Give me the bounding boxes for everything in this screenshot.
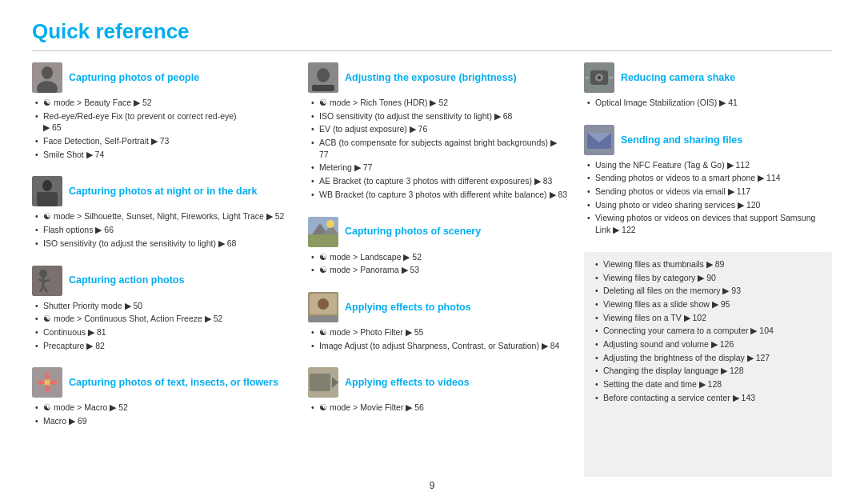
action-svg <box>32 266 62 296</box>
exposure-svg <box>308 62 338 93</box>
list-item: ☯ mode > Macro ▶ 52 <box>35 402 292 414</box>
list-item: Viewing photos or videos on devices that… <box>587 212 832 235</box>
column-2: Adjusting the exposure (brightness) ☯ mo… <box>308 62 568 477</box>
section-people-list: ☯ mode > Beauty Face ▶ 52 Red-eye/Red-ey… <box>32 97 292 160</box>
person-icon <box>32 62 62 93</box>
section-people-header: Capturing photos of people <box>32 62 292 93</box>
section-action-list: Shutter Priority mode ▶ 50 ☯ mode > Cont… <box>32 300 292 352</box>
list-item: Precapture ▶ 82 <box>35 340 292 352</box>
main-columns: Capturing photos of people ☯ mode > Beau… <box>32 62 832 477</box>
section-scenery-header: Capturing photos of scenery <box>308 217 568 247</box>
section-flowers-header: Capturing photos of text, insects, or fl… <box>32 367 292 398</box>
camera-icon-inline: ☯ <box>319 98 327 107</box>
camera-icon-inline: ☯ <box>43 211 51 221</box>
night-svg <box>32 176 62 206</box>
list-item: ☯ mode > Silhouette, Sunset, Night, Fire… <box>35 210 292 222</box>
list-item: ☯ mode > Panorama ▶ 53 <box>311 264 568 276</box>
camera-icon-inline: ☯ <box>43 98 51 107</box>
section-effects-photos-title: Applying effects to photos <box>345 301 471 314</box>
section-night-title: Capturing photos at night or in the dark <box>69 185 257 198</box>
list-item: Before contacting a service center ▶ 143 <box>595 392 824 404</box>
shake-icon <box>584 62 614 93</box>
svg-point-4 <box>42 180 52 191</box>
svg-rect-23 <box>308 234 338 247</box>
section-exposure-list: ☯ mode > Rich Tones (HDR) ▶ 52 ISO sensi… <box>308 97 568 201</box>
section-scenery-list: ☯ mode > Landscape ▶ 52 ☯ mode > Panoram… <box>308 251 568 276</box>
list-item: Face Detection, Self-Portrait ▶ 73 <box>35 135 292 147</box>
section-effects-videos-header: Applying effects to videos <box>308 367 568 398</box>
list-item: WB Bracket (to capture 3 photos with dif… <box>311 189 568 201</box>
page-title: Quick reference <box>32 19 832 44</box>
svg-point-26 <box>326 220 334 228</box>
action-icon <box>32 266 62 296</box>
section-flowers-list: ☯ mode > Macro ▶ 52 Macro ▶ 69 <box>32 402 292 426</box>
list-item: Shutter Priority mode ▶ 50 <box>35 300 292 312</box>
section-action: Capturing action photos Shutter Priority… <box>32 266 292 354</box>
list-item: Macro ▶ 69 <box>35 415 292 427</box>
night-icon <box>32 176 62 206</box>
list-item: ☯ mode > Movie Filter ▶ 56 <box>311 402 568 414</box>
svg-rect-5 <box>37 192 58 206</box>
section-action-header: Capturing action photos <box>32 266 292 296</box>
list-item: Viewing files as thumbnails ▶ 89 <box>595 258 824 270</box>
person-svg <box>32 62 62 93</box>
gray-box-list: Viewing files as thumbnails ▶ 89 Viewing… <box>592 258 824 404</box>
effects-icon <box>308 292 338 322</box>
list-item: Sending photos or videos to a smart phon… <box>587 172 832 184</box>
list-item: ☯ mode > Continuous Shot, Action Freeze … <box>35 313 292 325</box>
section-effects-photos: Applying effects to photos ☯ mode > Phot… <box>308 292 568 353</box>
exposure-icon <box>308 62 338 93</box>
flower-icon <box>32 367 62 398</box>
section-flowers-title: Capturing photos of text, insects, or fl… <box>69 376 278 389</box>
section-exposure-title: Adjusting the exposure (brightness) <box>345 71 517 84</box>
section-exposure: Adjusting the exposure (brightness) ☯ mo… <box>308 62 568 202</box>
svg-rect-32 <box>310 374 330 391</box>
section-effects-videos: Applying effects to videos ☯ mode > Movi… <box>308 367 568 415</box>
svg-point-1 <box>42 66 53 79</box>
svg-point-16 <box>45 385 50 393</box>
list-item: Smile Shot ▶ 74 <box>35 149 292 161</box>
section-shake-list: Optical Image Stabilization (OIS) ▶ 41 <box>584 97 832 109</box>
section-shake: Reducing camera shake Optical Image Stab… <box>584 62 832 110</box>
svg-point-17 <box>37 380 45 385</box>
list-item: Image Adjust (to adjust Sharpness, Contr… <box>311 340 568 352</box>
section-action-title: Capturing action photos <box>69 274 184 286</box>
list-item: AE Bracket (to capture 3 photos with dif… <box>311 175 568 187</box>
svg-point-7 <box>39 270 47 278</box>
svg-point-20 <box>317 68 330 82</box>
shake-svg <box>584 62 614 93</box>
page-number: 9 <box>32 480 832 491</box>
list-item: ☯ mode > Beauty Face ▶ 52 <box>35 97 292 109</box>
section-sharing-list: Using the NFC Feature (Tag & Go) ▶ 112 S… <box>584 159 832 236</box>
list-item: Sending photos or videos via email ▶ 117 <box>587 186 832 198</box>
list-item: ☯ mode > Landscape ▶ 52 <box>311 251 568 263</box>
list-item: Optical Image Stabilization (OIS) ▶ 41 <box>587 97 832 109</box>
section-effects-photos-header: Applying effects to photos <box>308 292 568 322</box>
list-item: Flash options ▶ 66 <box>35 224 292 236</box>
section-sharing-title: Sending and sharing files <box>621 134 742 146</box>
list-item: Using photo or video sharing services ▶ … <box>587 199 832 211</box>
svg-point-37 <box>598 76 601 79</box>
section-shake-title: Reducing camera shake <box>621 71 735 84</box>
camera-icon-inline: ☯ <box>319 402 327 412</box>
list-item: ☯ mode > Rich Tones (HDR) ▶ 52 <box>311 97 568 109</box>
camera-icon-inline: ☯ <box>319 265 327 274</box>
list-item: ISO sensitivity (to adjust the sensitivi… <box>311 110 568 122</box>
flower-svg <box>32 367 62 398</box>
svg-rect-21 <box>312 85 334 91</box>
section-scenery-title: Capturing photos of scenery <box>345 225 481 238</box>
video-svg <box>308 367 338 398</box>
effects-svg <box>308 292 338 322</box>
list-item: Viewing files by category ▶ 90 <box>595 272 824 284</box>
list-item: Viewing files on a TV ▶ 102 <box>595 312 824 324</box>
section-scenery: Capturing photos of scenery ☯ mode > Lan… <box>308 217 568 278</box>
svg-point-18 <box>50 380 58 385</box>
list-item: ☯ mode > Photo Filter ▶ 55 <box>311 326 568 338</box>
section-people-title: Capturing photos of people <box>69 71 199 84</box>
section-effects-videos-list: ☯ mode > Movie Filter ▶ 56 <box>308 402 568 414</box>
list-item: Metering ▶ 77 <box>311 162 568 174</box>
svg-rect-30 <box>308 316 338 322</box>
section-night-header: Capturing photos at night or in the dark <box>32 176 292 206</box>
list-item: Changing the display language ▶ 128 <box>595 365 824 377</box>
video-icon <box>308 367 338 398</box>
